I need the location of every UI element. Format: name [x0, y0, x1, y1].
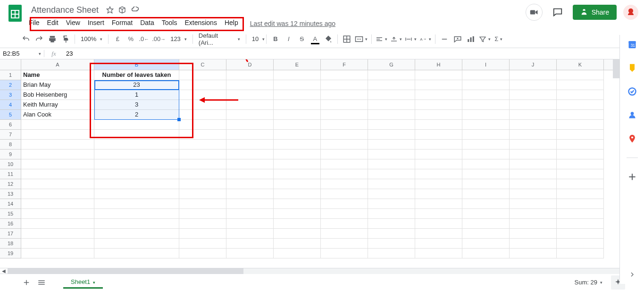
- bold-button[interactable]: B: [269, 33, 282, 45]
- cell-E15[interactable]: [274, 209, 321, 219]
- cell-H5[interactable]: [415, 110, 462, 120]
- cell-A19[interactable]: [21, 249, 94, 258]
- text-rotation-button[interactable]: A: [418, 33, 432, 45]
- cell-J13[interactable]: [510, 189, 557, 199]
- cell-C16[interactable]: [179, 219, 226, 229]
- col-header-G[interactable]: G: [368, 59, 415, 70]
- cell-F5[interactable]: [321, 110, 368, 120]
- sheet-tab-sheet1[interactable]: Sheet1: [63, 275, 103, 290]
- increase-decimal-button[interactable]: .00→: [151, 33, 167, 45]
- cell-G13[interactable]: [368, 189, 415, 199]
- cell-K1[interactable]: [557, 70, 604, 80]
- row-header-9[interactable]: 9: [0, 150, 21, 159]
- cell-G2[interactable]: [368, 80, 415, 90]
- cell-A16[interactable]: [21, 219, 94, 229]
- cell-G15[interactable]: [368, 209, 415, 219]
- decrease-decimal-button[interactable]: .0←: [138, 33, 150, 45]
- document-title[interactable]: Attendance Sheet: [28, 4, 101, 16]
- cell-F18[interactable]: [321, 239, 368, 249]
- cell-I15[interactable]: [462, 209, 510, 219]
- cell-I18[interactable]: [462, 239, 510, 249]
- cell-B2[interactable]: 23: [94, 80, 179, 90]
- cell-B6[interactable]: [94, 120, 179, 130]
- col-header-B[interactable]: B: [94, 59, 179, 70]
- move-icon[interactable]: [118, 6, 126, 14]
- cell-D16[interactable]: [226, 219, 274, 229]
- row-header-5[interactable]: 5: [0, 110, 21, 120]
- cell-B1[interactable]: Number of leaves taken: [94, 70, 179, 80]
- cell-I3[interactable]: [462, 90, 510, 100]
- cell-B15[interactable]: [94, 209, 179, 219]
- cell-B19[interactable]: [94, 249, 179, 258]
- share-button[interactable]: Share: [573, 5, 617, 20]
- cell-F1[interactable]: [321, 70, 368, 80]
- cell-A7[interactable]: [21, 130, 94, 140]
- cell-H2[interactable]: [415, 80, 462, 90]
- cell-K5[interactable]: [557, 110, 604, 120]
- vertical-scrollbar[interactable]: [613, 59, 619, 263]
- vertical-align-button[interactable]: [389, 33, 403, 45]
- undo-button[interactable]: [20, 33, 32, 45]
- cell-E18[interactable]: [274, 239, 321, 249]
- text-color-button[interactable]: A: [309, 33, 321, 45]
- cell-B10[interactable]: [94, 159, 179, 169]
- cell-F8[interactable]: [321, 140, 368, 150]
- hscroll-left-icon[interactable]: ◀: [0, 268, 8, 274]
- cell-G6[interactable]: [368, 120, 415, 130]
- cell-I1[interactable]: [462, 70, 510, 80]
- cell-G1[interactable]: [368, 70, 415, 80]
- row-header-6[interactable]: 6: [0, 120, 21, 130]
- cell-G11[interactable]: [368, 169, 415, 179]
- paint-format-button[interactable]: [59, 33, 72, 45]
- cell-H6[interactable]: [415, 120, 462, 130]
- filter-button[interactable]: [478, 33, 492, 45]
- print-button[interactable]: [46, 33, 59, 45]
- cell-B7[interactable]: [94, 130, 179, 140]
- row-header-2[interactable]: 2: [0, 80, 21, 90]
- cell-I11[interactable]: [462, 169, 510, 179]
- hscroll-thumb[interactable]: [8, 268, 243, 274]
- cell-G3[interactable]: [368, 90, 415, 100]
- cell-E7[interactable]: [274, 130, 321, 140]
- row-header-8[interactable]: 8: [0, 140, 21, 150]
- cell-K3[interactable]: [557, 90, 604, 100]
- col-header-A[interactable]: A: [21, 59, 94, 70]
- cell-B12[interactable]: [94, 179, 179, 189]
- row-header-12[interactable]: 12: [0, 179, 21, 189]
- cell-C14[interactable]: [179, 199, 226, 209]
- cell-I2[interactable]: [462, 80, 510, 90]
- cell-J4[interactable]: [510, 100, 557, 110]
- cell-E3[interactable]: [274, 90, 321, 100]
- cell-I10[interactable]: [462, 159, 510, 169]
- cell-K10[interactable]: [557, 159, 604, 169]
- cell-C12[interactable]: [179, 179, 226, 189]
- select-all-corner[interactable]: [0, 59, 21, 70]
- row-header-18[interactable]: 18: [0, 239, 21, 249]
- font-dropdown[interactable]: Default (Ari...: [196, 32, 243, 46]
- side-panel-collapse-icon[interactable]: [628, 271, 636, 278]
- row-header-15[interactable]: 15: [0, 209, 21, 219]
- cell-F14[interactable]: [321, 199, 368, 209]
- cell-K9[interactable]: [557, 150, 604, 159]
- row-header-10[interactable]: 10: [0, 159, 21, 169]
- cell-C3[interactable]: [179, 90, 226, 100]
- cell-F7[interactable]: [321, 130, 368, 140]
- cell-I8[interactable]: [462, 140, 510, 150]
- cell-B9[interactable]: [94, 150, 179, 159]
- cell-J5[interactable]: [510, 110, 557, 120]
- cell-K8[interactable]: [557, 140, 604, 150]
- cell-A13[interactable]: [21, 189, 94, 199]
- cell-I6[interactable]: [462, 120, 510, 130]
- cell-C18[interactable]: [179, 239, 226, 249]
- zoom-dropdown[interactable]: 100%: [78, 35, 105, 42]
- cell-F17[interactable]: [321, 229, 368, 239]
- menu-tools[interactable]: Tools: [159, 17, 181, 28]
- horizontal-align-button[interactable]: [375, 33, 388, 45]
- cell-B14[interactable]: [94, 199, 179, 209]
- cell-F9[interactable]: [321, 150, 368, 159]
- calendar-icon[interactable]: 31: [627, 40, 637, 49]
- cell-C10[interactable]: [179, 159, 226, 169]
- name-box[interactable]: B2:B5: [0, 50, 44, 57]
- cell-H1[interactable]: [415, 70, 462, 80]
- cell-A18[interactable]: [21, 239, 94, 249]
